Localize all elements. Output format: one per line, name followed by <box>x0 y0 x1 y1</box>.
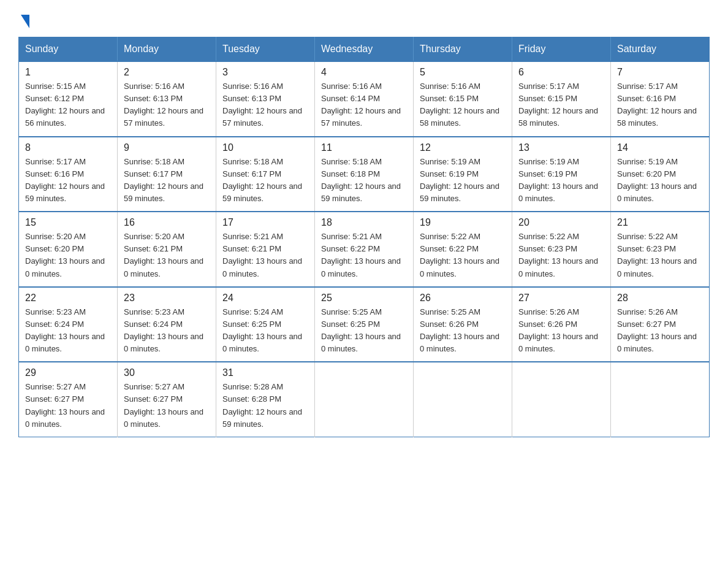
day-info: Sunrise: 5:19 AMSunset: 6:20 PMDaylight:… <box>617 156 703 205</box>
day-info: Sunrise: 5:16 AMSunset: 6:14 PMDaylight:… <box>321 80 407 130</box>
day-info: Sunrise: 5:16 AMSunset: 6:13 PMDaylight:… <box>124 80 210 130</box>
calendar-header-tuesday: Tuesday <box>216 37 315 62</box>
day-info: Sunrise: 5:27 AMSunset: 6:27 PMDaylight:… <box>124 381 210 431</box>
day-number: 30 <box>124 367 210 378</box>
day-number: 7 <box>617 67 703 78</box>
calendar-cell: 9Sunrise: 5:18 AMSunset: 6:17 PMDaylight… <box>118 137 216 212</box>
day-number: 28 <box>617 293 703 304</box>
day-info: Sunrise: 5:20 AMSunset: 6:20 PMDaylight:… <box>25 231 111 280</box>
day-info: Sunrise: 5:21 AMSunset: 6:21 PMDaylight:… <box>222 231 308 280</box>
calendar-cell: 12Sunrise: 5:19 AMSunset: 6:19 PMDayligh… <box>414 137 512 212</box>
day-info: Sunrise: 5:17 AMSunset: 6:16 PMDaylight:… <box>617 80 703 130</box>
calendar-cell: 16Sunrise: 5:20 AMSunset: 6:21 PMDayligh… <box>118 212 216 287</box>
calendar-cell: 31Sunrise: 5:28 AMSunset: 6:28 PMDayligh… <box>216 362 315 437</box>
calendar-header-monday: Monday <box>118 37 216 62</box>
day-info: Sunrise: 5:28 AMSunset: 6:28 PMDaylight:… <box>222 381 308 431</box>
calendar-cell <box>611 362 710 437</box>
calendar-cell: 3Sunrise: 5:16 AMSunset: 6:13 PMDaylight… <box>216 61 315 137</box>
calendar-cell: 10Sunrise: 5:18 AMSunset: 6:17 PMDayligh… <box>216 137 315 212</box>
day-info: Sunrise: 5:19 AMSunset: 6:19 PMDaylight:… <box>518 156 604 205</box>
day-info: Sunrise: 5:22 AMSunset: 6:22 PMDaylight:… <box>420 231 506 280</box>
day-number: 14 <box>617 142 703 153</box>
calendar-cell: 1Sunrise: 5:15 AMSunset: 6:12 PMDaylight… <box>19 61 118 137</box>
day-info: Sunrise: 5:15 AMSunset: 6:12 PMDaylight:… <box>25 80 111 130</box>
day-number: 24 <box>222 293 308 304</box>
day-info: Sunrise: 5:22 AMSunset: 6:23 PMDaylight:… <box>518 231 604 280</box>
logo-triangle-icon <box>21 15 29 28</box>
day-number: 5 <box>420 67 506 78</box>
calendar-cell <box>315 362 414 437</box>
calendar-header-row: SundayMondayTuesdayWednesdayThursdayFrid… <box>19 37 710 62</box>
day-number: 6 <box>518 67 604 78</box>
calendar-cell: 6Sunrise: 5:17 AMSunset: 6:15 PMDaylight… <box>512 61 611 137</box>
day-number: 17 <box>222 217 308 228</box>
calendar-cell: 28Sunrise: 5:26 AMSunset: 6:27 PMDayligh… <box>611 287 710 362</box>
calendar-cell: 22Sunrise: 5:23 AMSunset: 6:24 PMDayligh… <box>19 287 118 362</box>
calendar-cell: 27Sunrise: 5:26 AMSunset: 6:26 PMDayligh… <box>512 287 611 362</box>
calendar-week-row: 29Sunrise: 5:27 AMSunset: 6:27 PMDayligh… <box>19 362 710 437</box>
day-info: Sunrise: 5:21 AMSunset: 6:22 PMDaylight:… <box>321 231 407 280</box>
day-number: 15 <box>25 217 111 228</box>
calendar-cell: 30Sunrise: 5:27 AMSunset: 6:27 PMDayligh… <box>118 362 216 437</box>
day-info: Sunrise: 5:17 AMSunset: 6:15 PMDaylight:… <box>518 80 604 130</box>
calendar-cell: 15Sunrise: 5:20 AMSunset: 6:20 PMDayligh… <box>19 212 118 287</box>
calendar-header-wednesday: Wednesday <box>315 37 414 62</box>
calendar-week-row: 15Sunrise: 5:20 AMSunset: 6:20 PMDayligh… <box>19 212 710 287</box>
calendar-week-row: 22Sunrise: 5:23 AMSunset: 6:24 PMDayligh… <box>19 287 710 362</box>
day-info: Sunrise: 5:17 AMSunset: 6:16 PMDaylight:… <box>25 156 111 205</box>
calendar-cell: 4Sunrise: 5:16 AMSunset: 6:14 PMDaylight… <box>315 61 414 137</box>
day-info: Sunrise: 5:23 AMSunset: 6:24 PMDaylight:… <box>124 306 210 356</box>
day-number: 19 <box>420 217 506 228</box>
day-info: Sunrise: 5:20 AMSunset: 6:21 PMDaylight:… <box>124 231 210 280</box>
calendar-header-thursday: Thursday <box>414 37 512 62</box>
day-number: 20 <box>518 217 604 228</box>
day-info: Sunrise: 5:27 AMSunset: 6:27 PMDaylight:… <box>25 381 111 431</box>
day-number: 26 <box>420 293 506 304</box>
day-number: 21 <box>617 217 703 228</box>
day-number: 3 <box>222 67 308 78</box>
calendar-cell: 8Sunrise: 5:17 AMSunset: 6:16 PMDaylight… <box>19 137 118 212</box>
calendar-cell: 5Sunrise: 5:16 AMSunset: 6:15 PMDaylight… <box>414 61 512 137</box>
calendar-cell: 20Sunrise: 5:22 AMSunset: 6:23 PMDayligh… <box>512 212 611 287</box>
day-number: 25 <box>321 293 407 304</box>
calendar-header-saturday: Saturday <box>611 37 710 62</box>
day-number: 10 <box>222 142 308 153</box>
day-info: Sunrise: 5:22 AMSunset: 6:23 PMDaylight:… <box>617 231 703 280</box>
day-number: 2 <box>124 67 210 78</box>
calendar-cell: 21Sunrise: 5:22 AMSunset: 6:23 PMDayligh… <box>611 212 710 287</box>
calendar-week-row: 8Sunrise: 5:17 AMSunset: 6:16 PMDaylight… <box>19 137 710 212</box>
day-info: Sunrise: 5:18 AMSunset: 6:17 PMDaylight:… <box>222 156 308 205</box>
day-info: Sunrise: 5:18 AMSunset: 6:18 PMDaylight:… <box>321 156 407 205</box>
calendar-cell: 26Sunrise: 5:25 AMSunset: 6:26 PMDayligh… <box>414 287 512 362</box>
day-info: Sunrise: 5:16 AMSunset: 6:13 PMDaylight:… <box>222 80 308 130</box>
day-number: 18 <box>321 217 407 228</box>
calendar-cell: 2Sunrise: 5:16 AMSunset: 6:13 PMDaylight… <box>118 61 216 137</box>
day-number: 29 <box>25 367 111 378</box>
calendar-cell: 14Sunrise: 5:19 AMSunset: 6:20 PMDayligh… <box>611 137 710 212</box>
day-number: 11 <box>321 142 407 153</box>
day-info: Sunrise: 5:25 AMSunset: 6:25 PMDaylight:… <box>321 306 407 356</box>
calendar-cell: 7Sunrise: 5:17 AMSunset: 6:16 PMDaylight… <box>611 61 710 137</box>
calendar-cell <box>512 362 611 437</box>
calendar-table: SundayMondayTuesdayWednesdayThursdayFrid… <box>18 37 710 437</box>
day-info: Sunrise: 5:16 AMSunset: 6:15 PMDaylight:… <box>420 80 506 130</box>
calendar-cell: 24Sunrise: 5:24 AMSunset: 6:25 PMDayligh… <box>216 287 315 362</box>
day-number: 23 <box>124 293 210 304</box>
calendar-cell: 13Sunrise: 5:19 AMSunset: 6:19 PMDayligh… <box>512 137 611 212</box>
day-number: 22 <box>25 293 111 304</box>
calendar-cell: 29Sunrise: 5:27 AMSunset: 6:27 PMDayligh… <box>19 362 118 437</box>
calendar-week-row: 1Sunrise: 5:15 AMSunset: 6:12 PMDaylight… <box>19 61 710 137</box>
calendar-cell: 23Sunrise: 5:23 AMSunset: 6:24 PMDayligh… <box>118 287 216 362</box>
calendar-header-sunday: Sunday <box>19 37 118 62</box>
calendar-cell: 19Sunrise: 5:22 AMSunset: 6:22 PMDayligh… <box>414 212 512 287</box>
logo <box>18 12 29 26</box>
day-number: 1 <box>25 67 111 78</box>
calendar-header-friday: Friday <box>512 37 611 62</box>
calendar-cell: 11Sunrise: 5:18 AMSunset: 6:18 PMDayligh… <box>315 137 414 212</box>
day-info: Sunrise: 5:19 AMSunset: 6:19 PMDaylight:… <box>420 156 506 205</box>
day-number: 16 <box>124 217 210 228</box>
day-number: 27 <box>518 293 604 304</box>
day-info: Sunrise: 5:26 AMSunset: 6:27 PMDaylight:… <box>617 306 703 356</box>
day-number: 31 <box>222 367 308 378</box>
day-number: 4 <box>321 67 407 78</box>
